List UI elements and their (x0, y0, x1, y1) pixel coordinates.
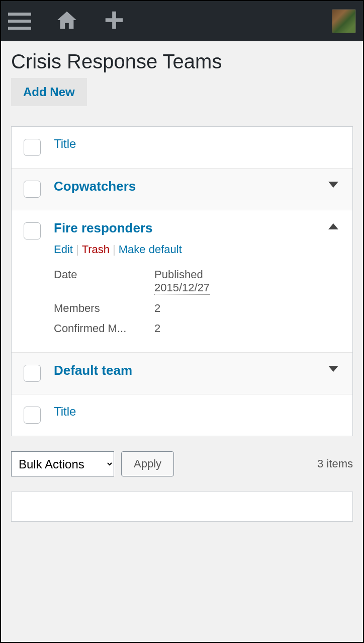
row-checkbox[interactable] (24, 222, 41, 239)
bulk-actions-select[interactable]: Bulk Actions (11, 451, 114, 476)
home-icon[interactable] (55, 9, 78, 34)
table-footer-row: Title (12, 394, 352, 436)
table-row: Default team (12, 352, 352, 394)
detail-confirmed-label: Confirmed M... (54, 322, 154, 335)
row-details: Date Published 2015/12/27 Members 2 Conf… (54, 268, 340, 335)
detail-date-status: Published (154, 268, 203, 281)
item-count: 3 items (317, 457, 353, 470)
avatar[interactable] (332, 9, 356, 33)
bottom-panel (11, 492, 353, 522)
detail-date-label: Date (54, 268, 154, 295)
column-title-header[interactable]: Title (54, 137, 76, 150)
teams-table: Title Copwatchers Fire responders Edit|T… (11, 126, 353, 436)
detail-date-value: 2015/12/27 (154, 281, 210, 295)
menu-icon[interactable] (8, 13, 31, 30)
table-row: Fire responders Edit|Trash|Make default … (12, 210, 352, 352)
expand-toggle-icon[interactable] (328, 182, 338, 188)
table-header-row: Title (12, 127, 352, 168)
row-title-link[interactable]: Copwatchers (54, 179, 136, 194)
column-title-footer[interactable]: Title (54, 405, 76, 418)
detail-members-value: 2 (154, 302, 340, 315)
collapse-toggle-icon[interactable] (328, 223, 338, 229)
row-checkbox[interactable] (24, 181, 41, 198)
table-row: Copwatchers (12, 168, 352, 210)
apply-button[interactable]: Apply (121, 451, 174, 476)
make-default-link[interactable]: Make default (119, 243, 182, 256)
admin-toolbar (1, 1, 363, 41)
row-actions: Edit|Trash|Make default (54, 243, 340, 256)
detail-members-label: Members (54, 302, 154, 315)
select-all-checkbox[interactable] (24, 139, 41, 156)
select-all-checkbox-bottom[interactable] (24, 407, 41, 424)
detail-confirmed-value: 2 (154, 322, 340, 335)
page-title: Crisis Response Teams (11, 50, 222, 72)
table-nav: Bulk Actions Apply 3 items (1, 436, 363, 492)
trash-link[interactable]: Trash (82, 243, 110, 256)
edit-link[interactable]: Edit (54, 243, 73, 256)
add-new-button[interactable]: Add New (11, 78, 87, 106)
row-title-link[interactable]: Default team (54, 363, 132, 378)
expand-toggle-icon[interactable] (328, 366, 338, 372)
add-new-icon[interactable] (103, 9, 126, 34)
row-title-link[interactable]: Fire responders (54, 220, 153, 235)
row-checkbox[interactable] (24, 365, 41, 382)
